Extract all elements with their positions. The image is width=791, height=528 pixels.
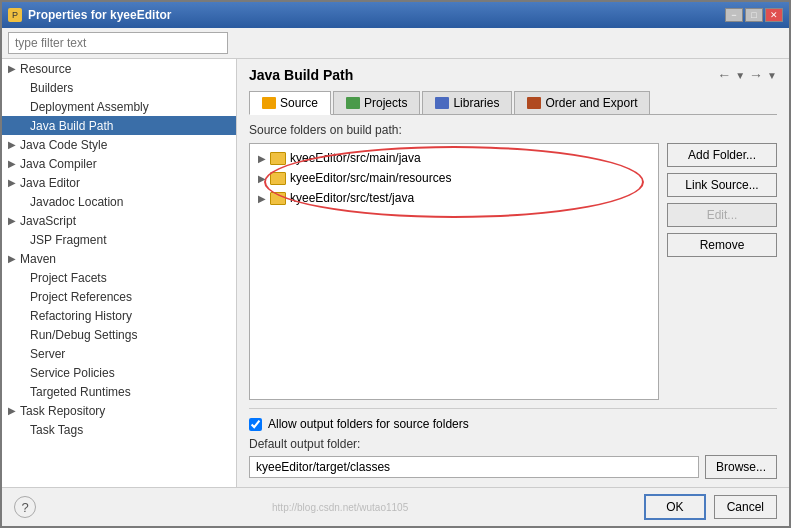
- sidebar-item-refactoring[interactable]: Refactoring History: [2, 306, 236, 325]
- nav-menu-icon[interactable]: ▼: [767, 70, 777, 81]
- edit-button[interactable]: Edit...: [667, 203, 777, 227]
- sidebar-item-java-code-style[interactable]: ▶ Java Code Style: [2, 135, 236, 154]
- sidebar-item-label: Java Compiler: [20, 157, 97, 171]
- minimize-button[interactable]: −: [725, 8, 743, 22]
- add-folder-button[interactable]: Add Folder...: [667, 143, 777, 167]
- sidebar-item-run-debug[interactable]: Run/Debug Settings: [2, 325, 236, 344]
- link-source-button[interactable]: Link Source...: [667, 173, 777, 197]
- allow-output-checkbox[interactable]: [249, 418, 262, 431]
- sidebar-item-java-build-path[interactable]: Java Build Path: [2, 116, 236, 135]
- libraries-tab-icon: [435, 97, 449, 109]
- order-tab-icon: [527, 97, 541, 109]
- sidebar-item-project-references[interactable]: Project References: [2, 287, 236, 306]
- sidebar-item-java-compiler[interactable]: ▶ Java Compiler: [2, 154, 236, 173]
- tree-item-src-test-java[interactable]: ▶ kyeeEditor/src/test/java: [254, 188, 654, 208]
- nav-back-icon[interactable]: ←: [717, 67, 731, 83]
- sidebar-item-label: Maven: [20, 252, 56, 266]
- arrow-icon: ▶: [8, 215, 16, 226]
- sidebar-item-label: Builders: [30, 81, 73, 95]
- tab-bar: Source Projects Libraries Order and Expo…: [249, 91, 777, 115]
- folder-icon: [270, 172, 286, 185]
- tree-item-label: kyeeEditor/src/test/java: [290, 191, 414, 205]
- tab-libraries[interactable]: Libraries: [422, 91, 512, 114]
- sidebar-item-label: Service Policies: [30, 366, 115, 380]
- action-buttons: Add Folder... Link Source... Edit... Rem…: [667, 143, 777, 400]
- sidebar-item-builders[interactable]: Builders: [2, 78, 236, 97]
- sidebar-item-deployment[interactable]: Deployment Assembly: [2, 97, 236, 116]
- maximize-button[interactable]: □: [745, 8, 763, 22]
- sidebar-item-label: Task Tags: [30, 423, 83, 437]
- nav-down-icon[interactable]: ▼: [735, 70, 745, 81]
- help-button[interactable]: ?: [14, 496, 36, 518]
- output-folder-input[interactable]: [249, 456, 699, 478]
- window-icon: P: [8, 8, 22, 22]
- title-bar-buttons: − □ ✕: [725, 8, 783, 22]
- allow-output-row: Allow output folders for source folders: [249, 417, 777, 431]
- sidebar-item-javadoc[interactable]: Javadoc Location: [2, 192, 236, 211]
- nav-forward-icon[interactable]: →: [749, 67, 763, 83]
- arrow-icon: ▶: [8, 177, 16, 188]
- sidebar-item-project-facets[interactable]: Project Facets: [2, 268, 236, 287]
- tab-libraries-label: Libraries: [453, 96, 499, 110]
- tree-item-src-main-resources[interactable]: ▶ kyeeEditor/src/main/resources: [254, 168, 654, 188]
- browse-button[interactable]: Browse...: [705, 455, 777, 479]
- sidebar-item-targeted-runtimes[interactable]: Targeted Runtimes: [2, 382, 236, 401]
- sidebar-item-label: Java Code Style: [20, 138, 107, 152]
- cancel-button[interactable]: Cancel: [714, 495, 777, 519]
- folder-icon: [270, 192, 286, 205]
- folder-icon: [270, 152, 286, 165]
- tree-area: ▶ kyeeEditor/src/main/java ▶ kyeeEditor/…: [249, 143, 659, 400]
- sidebar-item-task-repository[interactable]: ▶ Task Repository: [2, 401, 236, 420]
- sidebar-item-label: Java Editor: [20, 176, 80, 190]
- tree-item-label: kyeeEditor/src/main/resources: [290, 171, 451, 185]
- sidebar-item-label: Targeted Runtimes: [30, 385, 131, 399]
- sidebar-item-server[interactable]: Server: [2, 344, 236, 363]
- sidebar-item-javascript[interactable]: ▶ JavaScript: [2, 211, 236, 230]
- arrow-icon: ▶: [8, 253, 16, 264]
- ok-button[interactable]: OK: [644, 494, 705, 520]
- tree-arrow-icon: ▶: [258, 153, 268, 164]
- panel-title-area: Java Build Path ← ▼ → ▼: [249, 67, 777, 83]
- arrow-icon: ▶: [8, 158, 16, 169]
- sidebar-item-label: Deployment Assembly: [30, 100, 149, 114]
- tree-item-src-main-java[interactable]: ▶ kyeeEditor/src/main/java: [254, 148, 654, 168]
- sidebar-item-label: Resource: [20, 62, 71, 76]
- main-window: P Properties for kyeeEditor − □ ✕ ▶ Reso…: [0, 0, 791, 528]
- close-button[interactable]: ✕: [765, 8, 783, 22]
- panel-title: Java Build Path: [249, 67, 353, 83]
- footer-dialog-buttons: OK Cancel: [644, 494, 777, 520]
- sidebar-item-maven[interactable]: ▶ Maven: [2, 249, 236, 268]
- tab-projects-label: Projects: [364, 96, 407, 110]
- remove-button[interactable]: Remove: [667, 233, 777, 257]
- sidebar-item-label: Server: [30, 347, 65, 361]
- sidebar-item-label: Project References: [30, 290, 132, 304]
- sidebar-item-jsp-fragment[interactable]: JSP Fragment: [2, 230, 236, 249]
- sidebar-item-java-editor[interactable]: ▶ Java Editor: [2, 173, 236, 192]
- sidebar-item-resource[interactable]: ▶ Resource: [2, 59, 236, 78]
- tab-source-label: Source: [280, 96, 318, 110]
- sidebar-item-label: Task Repository: [20, 404, 105, 418]
- tree-arrow-icon: ▶: [258, 193, 268, 204]
- sidebar-item-task-tags[interactable]: Task Tags: [2, 420, 236, 439]
- sidebar-item-label: JavaScript: [20, 214, 76, 228]
- tree-item-label: kyeeEditor/src/main/java: [290, 151, 421, 165]
- arrow-icon: ▶: [8, 405, 16, 416]
- tab-order-label: Order and Export: [545, 96, 637, 110]
- sidebar-item-service-policies[interactable]: Service Policies: [2, 363, 236, 382]
- section-label: Source folders on build path:: [249, 123, 777, 137]
- tree-arrow-icon: ▶: [258, 173, 268, 184]
- sidebar-item-label: Javadoc Location: [30, 195, 123, 209]
- arrow-icon: ▶: [8, 63, 16, 74]
- sidebar-item-label: Java Build Path: [30, 119, 113, 133]
- sidebar-item-label: Run/Debug Settings: [30, 328, 137, 342]
- allow-output-label: Allow output folders for source folders: [268, 417, 469, 431]
- default-output-label: Default output folder:: [249, 437, 777, 451]
- tab-projects[interactable]: Projects: [333, 91, 420, 114]
- tab-source[interactable]: Source: [249, 91, 331, 115]
- filter-input[interactable]: [8, 32, 228, 54]
- footer: ? http://blog.csdn.net/wutao1105 OK Canc…: [2, 487, 789, 526]
- bottom-section: Allow output folders for source folders …: [249, 408, 777, 479]
- tab-order[interactable]: Order and Export: [514, 91, 650, 114]
- projects-tab-icon: [346, 97, 360, 109]
- window-title: Properties for kyeeEditor: [28, 8, 725, 22]
